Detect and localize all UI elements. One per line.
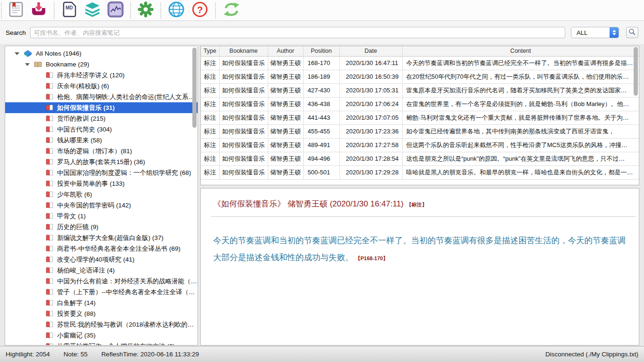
table-cell: 如何假装懂音乐	[219, 111, 268, 124]
website-button[interactable]	[168, 1, 185, 19]
sidebar-item-book[interactable]: 钱从哪里来 (58)	[5, 135, 198, 146]
table-row[interactable]: 标注如何假装懂音乐储智勇王硕455-4552020/1/30 17:23:36如…	[201, 124, 639, 138]
book-label: 罗马人的故事(套装共15册) (36)	[57, 158, 145, 166]
book-icon	[46, 343, 53, 346]
book-icon	[46, 82, 53, 90]
statistics-button[interactable]	[107, 1, 124, 19]
notes-table: TypeBooknameAuthorPositionDateContent 标注…	[201, 46, 639, 180]
table-cell: 在雷鬼的世界里，有一个名字是必须提到的，就是鲍勃·马利（Bob Marley）。…	[402, 97, 639, 111]
toolbar-separator	[1, 2, 2, 18]
all-notes-icon	[24, 50, 32, 58]
sidebar-item-book[interactable]: 薛兆丰经济学讲义 (120)	[5, 70, 198, 81]
sidebar-item-book[interactable]: 如何假装懂音乐 (31)	[5, 102, 198, 113]
note-count: Note: 55	[64, 351, 88, 358]
toolbar: MD ?	[0, 0, 644, 21]
sidebar-item-book[interactable]: 从零开始学写作：个人增值的有效方法 (6)	[5, 341, 198, 346]
sidebar-item-book[interactable]: 市场的逻辑（增订本）(81)	[5, 146, 198, 156]
table-row[interactable]: 标注如何假装懂音乐储智勇王硕436-4382020/1/30 17:06:24在…	[201, 97, 639, 111]
sidebar-item-all-notes[interactable]: All Notes (1946)	[5, 48, 198, 59]
markdown-export-button[interactable]: MD	[61, 1, 77, 19]
refresh-time: RefleshTime: 2020-06-16 11:33:29	[101, 351, 199, 358]
book-icon	[46, 310, 53, 317]
book-icon	[46, 93, 53, 100]
sidebar-item-book[interactable]: 管子（上下册）--中华经典名著全本全注全译（…	[5, 287, 198, 297]
refresh-button[interactable]	[223, 1, 240, 19]
book-icon	[46, 299, 53, 306]
notes-table-body: 标注如何假装懂音乐储智勇王硕168-1702020/1/30 16:47:11今…	[201, 56, 639, 179]
book-label: 庆余年(精校版) (6)	[57, 82, 109, 90]
book-label: 改变心理学的40项研究 (41)	[57, 255, 134, 264]
search-button[interactable]	[626, 27, 638, 38]
table-cell: 这也是朋克之所以是“punk”的原因。“punk”在英文里是流氓阿飞的意思，只不…	[402, 152, 639, 165]
sidebar-item-book[interactable]: 少年凯歌 (6)	[5, 189, 198, 200]
sidebar-item-book[interactable]: 投资要义 (88)	[5, 308, 198, 319]
book-label: 中国古代简史 (304)	[57, 125, 112, 134]
import-button[interactable]	[30, 1, 47, 19]
detail-panel: 《如何假装懂音乐》 储智勇王硕 (2020/1/30 16:47:11)【标注】…	[200, 188, 639, 346]
svg-text:MD: MD	[66, 5, 73, 10]
sidebar-item-book[interactable]: 中国古代简史 (304)	[5, 124, 198, 135]
table-row[interactable]: 标注如何假装懂音乐储智勇王硕494-4962020/1/30 17:28:54这…	[201, 152, 639, 165]
sidebar-item-book[interactable]: 投资中最简单的事 (133)	[5, 178, 198, 189]
column-header[interactable]: Date	[339, 46, 402, 56]
sidebar-item-book[interactable]: 苏世民:我的经验与教训（2018读桥水达利欧的…	[5, 319, 198, 330]
table-row[interactable]: 标注如何假装懂音乐储智勇王硕500-5012020/1/30 17:29:28嘻…	[201, 165, 639, 179]
sidebar-item-book[interactable]: 小窗幽记 (35)	[5, 330, 198, 341]
sidebar-scrollbar-thumb[interactable]	[192, 48, 197, 128]
book-label: 中国为什么有前途：对外经济关系的战略潜能（…	[57, 277, 197, 286]
table-cell: 储智勇王硕	[268, 124, 303, 138]
column-header[interactable]: Type	[201, 46, 219, 56]
book-label: 白鱼解字 (14)	[57, 299, 96, 307]
column-header[interactable]: Bookname	[219, 46, 268, 56]
highlight-count: Hightlight: 2054	[6, 351, 50, 358]
settings-button[interactable]	[138, 1, 154, 19]
import-clippings-icon	[30, 1, 47, 19]
table-cell: 436-438	[303, 97, 339, 111]
clippings-file-button[interactable]	[8, 1, 24, 19]
book-icon	[46, 245, 53, 252]
table-cell: 标注	[201, 152, 219, 165]
disclosure-triangle-icon[interactable]	[15, 52, 19, 55]
table-scrollbar-thumb[interactable]	[634, 47, 638, 96]
table-scrollbar[interactable]	[633, 46, 639, 185]
book-icon	[46, 158, 53, 165]
sidebar-item-bookname[interactable]: Bookname (29)	[5, 59, 198, 70]
sidebar-item-book[interactable]: 庆余年(精校版) (6)	[5, 81, 198, 91]
sidebar-item-book[interactable]: 甲骨文 (1)	[5, 211, 198, 222]
sidebar-item-book[interactable]: 枪炮、病菌与钢铁:人类社会的命运(世纪人文系…	[5, 91, 198, 102]
table-row[interactable]: 标注如何假装懂音乐储智勇王硕168-1702020/1/30 16:47:11今…	[201, 56, 639, 70]
search-input[interactable]	[30, 27, 565, 38]
table-cell: 储智勇王硕	[268, 97, 303, 111]
sidebar-item-book[interactable]: 中国为什么有前途：对外经济关系的战略潜能（…	[5, 276, 198, 287]
table-cell: 500-501	[303, 165, 339, 179]
sidebar-item-book[interactable]: 白鱼解字 (14)	[5, 297, 198, 308]
table-cell: 标注	[201, 56, 219, 70]
sidebar-item-book[interactable]: 罗马人的故事(套装共15册) (36)	[5, 156, 198, 167]
sidebar-item-book[interactable]: 杨伯峻_论语译注 (4)	[5, 265, 198, 276]
notes-table-panel: TypeBooknameAuthorPositionDateContent 标注…	[200, 46, 639, 185]
sidebar-scrollbar[interactable]	[191, 46, 198, 345]
book-label: 新编说文解字大全集(超值白金版) (37)	[57, 234, 164, 242]
table-cell: 在20世纪50年代到70年代之间，有过一类乐队，叫节奏蓝调乐队，他们使用的乐…	[402, 70, 639, 83]
sidebar-item-book[interactable]: 货币的教训 (215)	[5, 113, 198, 124]
chevron-up-down-icon	[610, 27, 619, 38]
sidebar-item-book[interactable]: 中央帝国的哲学密码 (142)	[5, 200, 198, 211]
layers-export-button[interactable]	[84, 1, 101, 19]
table-row[interactable]: 标注如何假装懂音乐储智勇王硕186-1892020/1/30 16:50:39在…	[201, 70, 639, 83]
column-header[interactable]: Author	[268, 46, 303, 56]
sidebar-item-book[interactable]: 商君书-中华经典名著全本全注全译丛书 (69)	[5, 243, 198, 254]
sidebar-item-book[interactable]: 中国国家治理的制度逻辑：一个组织学研究 (68)	[5, 167, 198, 178]
column-header[interactable]: Content	[402, 46, 639, 56]
column-header[interactable]: Position	[303, 46, 339, 56]
sidebar-item-book[interactable]: 新编说文解字大全集(超值白金版) (37)	[5, 232, 198, 243]
table-cell: 储智勇王硕	[268, 138, 303, 152]
refresh-sync-icon	[223, 1, 240, 19]
help-button[interactable]: ?	[191, 1, 208, 19]
table-row[interactable]: 标注如何假装懂音乐储智勇王硕427-4302020/1/30 17:05:31雷…	[201, 83, 639, 97]
table-row[interactable]: 标注如何假装懂音乐储智勇王硕441-4432020/1/30 17:07:05鲍…	[201, 111, 639, 124]
sidebar-item-book[interactable]: 改变心理学的40项研究 (41)	[5, 254, 198, 265]
sidebar-item-book[interactable]: 历史的巨镜 (9)	[5, 222, 198, 232]
disclosure-triangle-icon[interactable]	[25, 63, 30, 66]
table-row[interactable]: 标注如何假装懂音乐储智勇王硕489-4912020/1/30 17:27:58但…	[201, 138, 639, 152]
filter-dropdown[interactable]: ALL	[571, 27, 619, 38]
